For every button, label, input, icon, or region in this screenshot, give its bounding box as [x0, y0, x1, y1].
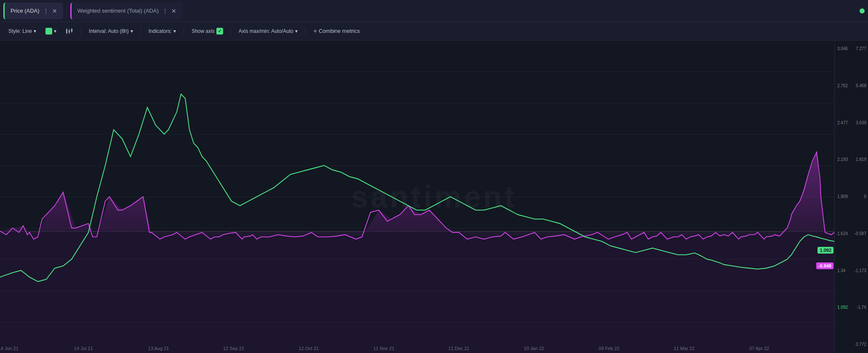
style-label: Style: Line: [8, 28, 32, 34]
x-label-2: 13 Aug 21: [148, 346, 169, 351]
color-chevron-icon: ▾: [54, 28, 56, 34]
tab-bar: Price (ADA) ⋮ ✕ Weighted sentiment (Tota…: [0, 0, 868, 22]
axis-max-min-selector[interactable]: Axis max/min: Auto/Auto ▾: [235, 27, 301, 36]
svg-rect-7: [72, 28, 72, 29]
tab-price-ada-close-icon[interactable]: ✕: [52, 8, 57, 14]
candle-type-selector[interactable]: [62, 27, 77, 36]
svg-rect-3: [69, 30, 70, 33]
svg-rect-4: [69, 29, 69, 30]
toolbar: Style: Line ▾ ▾ Interval: Auto (8h): [0, 22, 868, 40]
interval-selector[interactable]: Interval: Auto (8h) ▾: [85, 27, 136, 36]
show-axis-label: Show axis: [192, 28, 215, 34]
combine-metrics-label: Combine metrics: [319, 28, 360, 34]
price-badge-pink: -0.948: [816, 262, 833, 269]
svg-rect-5: [69, 33, 69, 34]
x-label-10: 07 Apr 22: [749, 346, 769, 351]
x-axis: 14 Jun 21 14 Jul 21 13 Aug 21 12 Sep 21 …: [0, 344, 834, 353]
axis-max-min-label: Axis max/min: Auto/Auto: [239, 28, 293, 34]
chart-svg: [0, 40, 834, 353]
candle-icon: [66, 28, 73, 34]
y-label-pink-8: 0.772: [853, 342, 868, 347]
x-label-9: 11 Mar 22: [674, 346, 695, 351]
right-axis: 3.046 7.277 2.762 5.458 2.477 3.639 2.19…: [834, 40, 868, 353]
x-label-5: 11 Nov 21: [373, 346, 394, 351]
show-axis-toggle[interactable]: Show axis ✓: [188, 26, 226, 36]
svg-rect-0: [66, 29, 67, 33]
style-chevron-icon: ▾: [34, 28, 36, 34]
combine-metrics-plus-icon: +: [313, 27, 317, 35]
y-label-green-2: 2.477: [835, 120, 848, 126]
y-label-pink-7: -1.76: [854, 305, 868, 310]
y-label-pink-1: 5.458: [853, 83, 868, 88]
color-picker[interactable]: ▾: [42, 26, 60, 36]
x-label-0: 14 Jun 21: [0, 346, 19, 351]
toolbar-separator-1: [81, 27, 81, 35]
indicators-selector[interactable]: Indicators: ▾: [145, 27, 179, 36]
y-label-green-0: 3.046: [835, 46, 848, 51]
y-label-green-6: 1.34: [835, 268, 845, 273]
y-label-green-7: 1.092: [835, 305, 848, 310]
x-label-3: 12 Sep 21: [223, 346, 244, 351]
x-label-8: 09 Feb 22: [599, 346, 620, 351]
y-label-pink-6: -1.173: [852, 268, 868, 273]
x-label-1: 14 Jul 21: [74, 346, 93, 351]
toolbar-separator-2: [141, 27, 141, 35]
tab-weighted-sentiment-label: Weighted sentiment (Total) (ADA): [77, 8, 159, 14]
y-label-pink-2: 3.639: [853, 120, 868, 126]
style-selector[interactable]: Style: Line ▾: [5, 27, 40, 36]
tab-weighted-sentiment[interactable]: Weighted sentiment (Total) (ADA) ⋮ ✕: [70, 3, 182, 19]
interval-label: Interval: Auto (8h): [89, 28, 129, 34]
price-badge-green: 1.092: [817, 247, 833, 254]
y-label-green-4: 1.909: [835, 194, 848, 199]
tab-weighted-sentiment-close-icon[interactable]: ✕: [171, 8, 176, 14]
app-container: Price (ADA) ⋮ ✕ Weighted sentiment (Tota…: [0, 0, 868, 353]
y-label-green-5: 1.624: [835, 231, 848, 236]
sentiment-fill-area-below: [0, 152, 834, 353]
tab-divider: [67, 5, 67, 17]
toolbar-separator-3: [184, 27, 184, 35]
x-label-6: 11 Dec 21: [448, 346, 469, 351]
tab-price-ada-label: Price (ADA): [11, 8, 40, 14]
toolbar-separator-4: [231, 27, 231, 35]
svg-rect-8: [72, 32, 72, 33]
tab-price-ada-more-icon[interactable]: ⋮: [43, 8, 49, 14]
indicators-label: Indicators:: [149, 28, 172, 34]
interval-chevron-icon: ▾: [130, 28, 133, 34]
combine-metrics-button[interactable]: + Combine metrics: [310, 26, 363, 37]
color-swatch: [45, 28, 52, 35]
y-label-pink-4: 0: [861, 194, 868, 199]
y-label-pink-5: -0.587: [852, 231, 868, 236]
x-label-4: 12 Oct 21: [298, 346, 319, 351]
indicators-chevron-icon: ▾: [173, 28, 176, 34]
y-label-pink-3: 1.819: [853, 157, 868, 162]
x-label-7: 10 Jan 22: [524, 346, 544, 351]
axis-max-min-chevron-icon: ▾: [295, 28, 298, 34]
chart-area: santiment: [0, 40, 868, 353]
tab-weighted-sentiment-more-icon[interactable]: ⋮: [162, 8, 168, 14]
y-label-green-3: 2.193: [835, 157, 848, 162]
toolbar-separator-5: [305, 27, 306, 35]
tab-price-ada[interactable]: Price (ADA) ⋮ ✕: [3, 3, 63, 19]
y-label-pink-0: 7.277: [853, 46, 868, 51]
show-axis-checkbox[interactable]: ✓: [216, 28, 223, 35]
y-label-green-1: 2.762: [835, 83, 848, 88]
online-indicator: [860, 8, 865, 13]
svg-rect-6: [71, 29, 72, 32]
svg-rect-2: [67, 33, 67, 34]
svg-rect-1: [67, 28, 67, 29]
